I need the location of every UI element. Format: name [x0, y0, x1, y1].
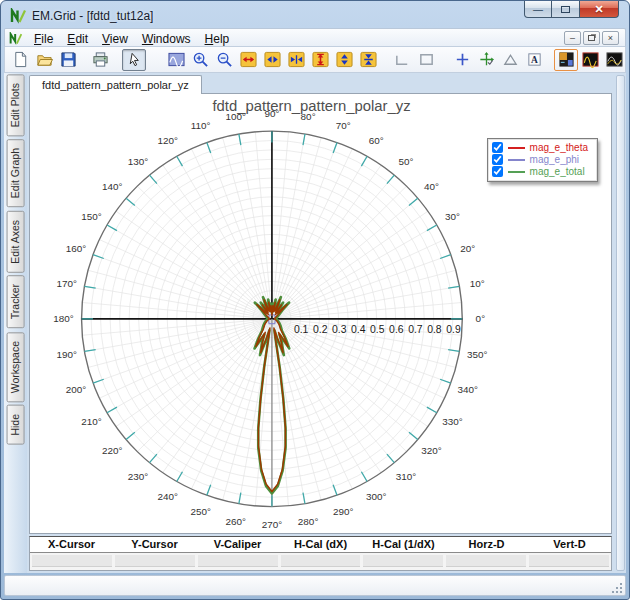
- shrink-horizontal-button[interactable]: [284, 49, 308, 71]
- resize-grip-icon[interactable]: [612, 582, 623, 593]
- angle-label: 310°: [396, 471, 417, 482]
- radial-label: 0.2: [313, 324, 328, 335]
- save-button[interactable]: [56, 49, 80, 71]
- triangle-marker-button[interactable]: [498, 49, 522, 71]
- angle-label: 250°: [190, 507, 211, 518]
- pan-vertical-button[interactable]: [332, 49, 356, 71]
- legend-line-icon: [508, 159, 525, 161]
- multi-plot-button[interactable]: [602, 49, 626, 71]
- new-document-button[interactable]: [8, 49, 32, 71]
- angle-label: 290°: [333, 507, 354, 518]
- readout-value-cell: [115, 555, 195, 567]
- menu-file[interactable]: File: [27, 31, 60, 47]
- legend-label: mag_e_total: [530, 166, 585, 177]
- mdi-minimize-button[interactable]: –: [564, 31, 581, 45]
- legend-checkbox-mag_e_phi[interactable]: [492, 154, 503, 165]
- menu-help[interactable]: Help: [198, 31, 237, 47]
- angle-label: 50°: [398, 156, 413, 167]
- angle-label: 30°: [445, 211, 460, 222]
- menu-bar: FileEditViewWindowsHelp –×: [4, 28, 626, 47]
- close-button[interactable]: ✕: [579, 1, 619, 18]
- angle-label: 300°: [366, 491, 387, 502]
- angle-tick: [409, 198, 418, 205]
- zoom-out-button[interactable]: [212, 49, 236, 71]
- angle-label: 230°: [128, 471, 149, 482]
- angle-tick: [177, 156, 183, 166]
- frame-corner-button[interactable]: [390, 49, 414, 71]
- angle-label: 330°: [442, 416, 463, 427]
- angle-tick: [107, 225, 117, 231]
- menu-windows[interactable]: Windows: [135, 31, 198, 47]
- legend-entry-mag_e_phi: mag_e_phi: [492, 154, 588, 165]
- pan-horizontal-button[interactable]: [260, 49, 284, 71]
- plot-pan-button[interactable]: [164, 49, 188, 71]
- readout-header-h-cal-dx-: H-Cal (dX): [279, 538, 362, 550]
- sidebar-tab-workspace[interactable]: Workspace: [7, 332, 25, 402]
- maximize-button[interactable]: [552, 1, 579, 18]
- angle-label: 150°: [81, 211, 102, 222]
- radial-label: 0.9: [446, 324, 461, 335]
- legend-entry-mag_e_total: mag_e_total: [492, 166, 588, 177]
- menu-view[interactable]: View: [95, 31, 135, 47]
- sidebar-tab-edit-axes[interactable]: Edit Axes: [7, 211, 25, 273]
- menu-edit[interactable]: Edit: [60, 31, 95, 47]
- legend-checkbox-mag_e_total[interactable]: [492, 166, 503, 177]
- tab-fdtd-pattern-pattern-polar-yz[interactable]: fdtd_pattern_pattern_polar_yz: [29, 75, 202, 94]
- angle-label: 170°: [56, 278, 77, 289]
- app-logo-icon: [10, 8, 27, 24]
- sidebar-tab-tracker[interactable]: Tracker: [7, 275, 25, 328]
- colormap-plot-button[interactable]: [554, 49, 578, 71]
- legend-line-icon: [508, 147, 525, 149]
- readout-header-vert-d: Vert-D: [528, 538, 611, 550]
- text-label-button[interactable]: A: [522, 49, 546, 71]
- mdi-restore-button[interactable]: [583, 31, 600, 45]
- grid-spoke: [272, 138, 321, 319]
- readout-value-cell: [529, 555, 609, 567]
- readout-header-x-cursor: X-Cursor: [30, 538, 113, 550]
- sidebar-tab-edit-plots[interactable]: Edit Plots: [7, 74, 25, 136]
- mdi-close-button[interactable]: ×: [602, 31, 619, 45]
- angle-label: 130°: [128, 156, 149, 167]
- angle-label: 160°: [66, 243, 87, 254]
- angle-label: 210°: [81, 416, 102, 427]
- readout-header-h-cal-1-dx-: H-Cal (1/dX): [362, 538, 445, 550]
- grid-spoke: [88, 270, 272, 319]
- stretch-horizontal-button[interactable]: [236, 49, 260, 71]
- readout-value-cell: [281, 555, 361, 567]
- angle-label: 70°: [336, 120, 351, 131]
- angle-label: 200°: [66, 384, 87, 395]
- add-marker-button[interactable]: [450, 49, 474, 71]
- angle-label: 110°: [191, 120, 211, 131]
- print-button[interactable]: [88, 49, 112, 71]
- zoom-in-button[interactable]: [188, 49, 212, 71]
- cartesian-plot-button[interactable]: [578, 49, 602, 71]
- legend-line-icon: [508, 171, 525, 173]
- open-file-button[interactable]: [32, 49, 56, 71]
- sidebar-tab-hide[interactable]: Hide: [7, 405, 25, 445]
- legend: mag_e_thetamag_e_phimag_e_total: [487, 138, 598, 182]
- axes-marker-button[interactable]: [474, 49, 498, 71]
- maximize-icon: [561, 6, 570, 13]
- pointer-button[interactable]: [122, 49, 146, 71]
- radial-label: 0.6: [389, 324, 404, 335]
- legend-checkbox-mag_e_theta[interactable]: [492, 142, 503, 153]
- radial-label: 0.7: [408, 324, 423, 335]
- readout-value-cell: [363, 555, 443, 567]
- stretch-vertical-button[interactable]: [308, 49, 332, 71]
- frame-box-button[interactable]: [414, 49, 438, 71]
- app-window: EM.Grid - [fdtd_tut12a] — ✕ FileEditView…: [0, 0, 630, 600]
- angle-tick: [126, 198, 135, 205]
- radial-label: 0.8: [427, 324, 442, 335]
- angle-label: 180°: [53, 313, 74, 324]
- angle-tick: [361, 156, 367, 166]
- legend-label: mag_e_phi: [530, 154, 579, 165]
- angle-label: 220°: [102, 445, 123, 456]
- sidebar-tab-edit-graph[interactable]: Edit Graph: [7, 139, 25, 207]
- angle-tick: [126, 432, 135, 439]
- shrink-vertical-button[interactable]: [356, 49, 380, 71]
- minimize-button[interactable]: —: [524, 1, 552, 18]
- radial-label: 0.3: [332, 324, 347, 335]
- readout-cells: [30, 553, 611, 570]
- angle-tick: [107, 407, 117, 413]
- collapsed-panel-strip[interactable]: [616, 75, 625, 571]
